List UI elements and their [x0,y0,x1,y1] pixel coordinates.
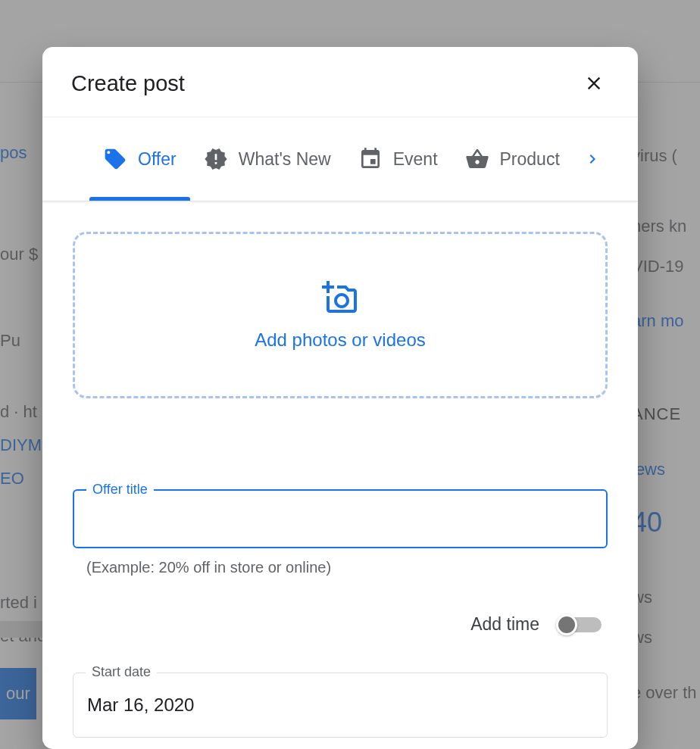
burst-icon [204,147,228,171]
add-photo-icon [322,279,358,316]
calendar-icon [358,147,383,171]
upload-media-zone[interactable]: Add photos or videos [73,232,608,398]
start-date-field-group: Start date Mar 16, 2020 [73,673,608,738]
tab-event[interactable]: Event [345,117,452,201]
tab-whats-new[interactable]: What's New [190,117,345,201]
tabs-scroll-right[interactable] [577,144,608,174]
tabs-container: Offer What's New Event Product [42,117,638,201]
tab-product[interactable]: Product [452,117,573,201]
start-date-label: Start date [86,664,157,680]
toggle-knob [556,614,577,635]
modal-body: Add photos or videos Offer title (Exampl… [42,201,638,749]
modal-header: Create post [42,47,638,117]
tab-label: Event [393,149,438,170]
close-icon [583,73,605,94]
modal-title: Create post [71,71,185,96]
offer-title-hint: (Example: 20% off in store or online) [73,559,608,576]
offer-title-label: Offer title [86,482,154,498]
tag-icon [103,147,127,171]
offer-title-input[interactable] [88,509,592,529]
basket-icon [465,147,489,171]
start-date-input[interactable]: Start date Mar 16, 2020 [73,673,608,738]
add-time-toggle[interactable] [558,617,602,632]
chevron-right-icon [583,150,602,168]
tab-label: Offer [138,149,177,170]
close-button[interactable] [579,68,609,98]
tab-label: Product [500,149,560,170]
start-date-value: Mar 16, 2020 [87,694,593,716]
add-time-row: Add time [73,614,608,635]
tab-offer[interactable]: Offer [89,117,190,201]
upload-label: Add photos or videos [255,329,425,351]
add-time-label: Add time [470,614,539,635]
create-post-modal: Create post Offer What's New Event Produ… [42,47,638,749]
tab-label: What's New [239,149,331,170]
offer-title-field-group: Offer title (Example: 20% off in store o… [73,489,608,576]
